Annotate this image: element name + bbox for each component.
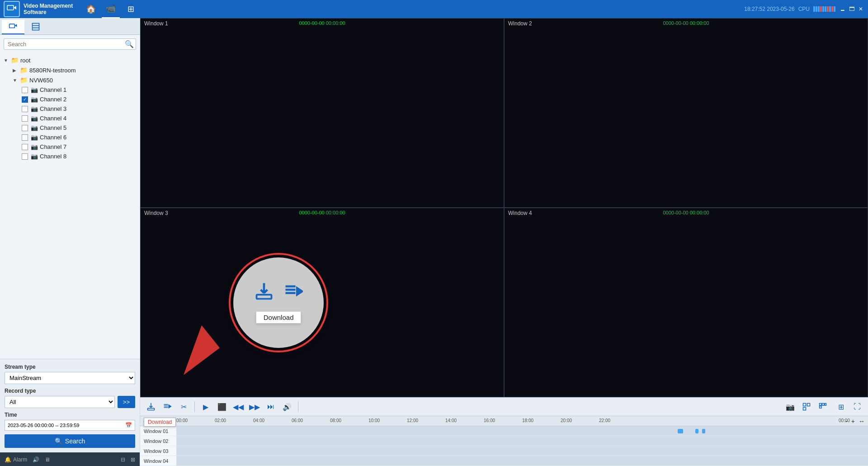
- svg-rect-21: [825, 404, 826, 406]
- nav-home[interactable]: 🏠: [82, 0, 100, 18]
- app-title: Video Management Software: [24, 3, 73, 16]
- tree-device1[interactable]: ▶ 📁 8580RN-testroom: [13, 65, 136, 75]
- segment-1b: [695, 429, 699, 433]
- channel-2[interactable]: ✓ 📷 Channel 2: [22, 95, 136, 104]
- svg-rect-11: [148, 408, 155, 410]
- timeline-row-1: Window 01: [140, 426, 868, 436]
- timeline-row-2: Window 02: [140, 436, 868, 446]
- search-icon[interactable]: 🔍: [123, 39, 136, 49]
- minimize-btn[interactable]: 🗕: [839, 5, 846, 13]
- check-ch4[interactable]: [22, 115, 28, 122]
- maximize-bar-btn[interactable]: ⊠: [131, 456, 135, 463]
- minimize-bar-btn[interactable]: ⊟: [121, 456, 125, 463]
- clip-btn[interactable]: [799, 399, 814, 414]
- timeline-track-4[interactable]: [176, 456, 868, 466]
- cut-btn[interactable]: ✂: [176, 399, 191, 414]
- tab-camera[interactable]: [2, 20, 24, 34]
- zoom-fit-btn[interactable]: ↔: [857, 418, 866, 425]
- forward-btn[interactable]: >>: [118, 396, 135, 408]
- ruler-14: 14:00: [445, 418, 457, 423]
- alarm-screen[interactable]: 🖥: [45, 456, 50, 463]
- video-grid: Window 1 0000-00-00 00:00:00 Window 2 00…: [140, 18, 868, 397]
- layout-grid-btn[interactable]: ⊞: [834, 399, 848, 414]
- download-icon-btn[interactable]: [254, 281, 274, 306]
- tree-device2[interactable]: ▼ 📁 NVW650: [13, 75, 136, 85]
- svg-rect-6: [257, 295, 272, 299]
- channel-7[interactable]: 📷 Channel 7: [22, 142, 136, 152]
- nav-video[interactable]: 📹: [102, 0, 120, 18]
- alarm-speaker[interactable]: 🔊: [33, 456, 39, 463]
- time-input[interactable]: 2023-05-26 00:00:00 -- 23:59:59 📅: [5, 420, 135, 431]
- tab-bookmark[interactable]: [24, 20, 47, 34]
- check-ch5[interactable]: [22, 125, 28, 131]
- zoom-out-btn[interactable]: -: [844, 418, 849, 425]
- segment-1c: [702, 429, 706, 433]
- alarm-item[interactable]: 🔔 Alarm: [5, 456, 27, 463]
- check-ch8[interactable]: [22, 153, 28, 160]
- check-ch6[interactable]: [22, 134, 28, 141]
- download-overlay: Download: [233, 257, 324, 348]
- channel-3[interactable]: 📷 Channel 3: [22, 104, 136, 114]
- fast-btn[interactable]: ▶▶: [247, 399, 262, 414]
- nav-grid[interactable]: ⊞: [122, 0, 140, 18]
- record-type-select[interactable]: All Manual Schedule Alarm: [5, 396, 115, 408]
- slow-btn[interactable]: ◀◀: [231, 399, 245, 414]
- svg-rect-1: [9, 24, 15, 28]
- fullscreen-btn[interactable]: ⛶: [850, 399, 864, 414]
- check-ch2[interactable]: ✓: [22, 96, 28, 103]
- download-btn[interactable]: Download: [144, 399, 158, 414]
- window1-time: 0000-00-00 00:00:00: [299, 20, 345, 26]
- maximize-btn[interactable]: 🗖: [848, 5, 855, 13]
- app-logo: [4, 1, 20, 17]
- zoom-in-btn[interactable]: +: [850, 418, 856, 425]
- tree-root[interactable]: ▼ 📁 root: [4, 55, 136, 65]
- video-window-1[interactable]: Window 1 0000-00-00 00:00:00: [140, 18, 504, 208]
- channel-6[interactable]: 📷 Channel 6: [22, 133, 136, 142]
- sidebar: 🔍 ▼ 📁 root ▶ 📁 8580RN-testroom ▼: [0, 18, 140, 466]
- timeline-ruler: ◀ 00:00 02:00 04:00 06:00 08:00 10:00 12…: [140, 416, 868, 426]
- window4-time: 0000-00-00 00:00:00: [663, 210, 709, 215]
- play-btn[interactable]: ▶: [198, 399, 213, 414]
- separator2: [298, 401, 298, 412]
- video-window-3[interactable]: Window 3 0000-00-00 00:00:00: [140, 208, 504, 397]
- channel-5[interactable]: 📷 Channel 5: [22, 123, 136, 133]
- check-ch3[interactable]: [22, 106, 28, 112]
- playlist-btn[interactable]: [160, 399, 175, 414]
- search-input[interactable]: [4, 39, 123, 49]
- svg-rect-16: [803, 404, 806, 406]
- skip-end-btn[interactable]: ⏭: [264, 399, 278, 414]
- calendar-icon[interactable]: 📅: [125, 422, 132, 428]
- check-ch1[interactable]: [22, 87, 28, 93]
- ruler-02: 02:00: [215, 418, 226, 423]
- timeline-label-3: Window 03: [140, 448, 176, 454]
- stop-btn[interactable]: ⬛: [215, 399, 229, 414]
- stream-type-label: Stream type: [5, 364, 135, 370]
- playlist-icon-btn[interactable]: [283, 281, 303, 306]
- download-tooltip: Download: [144, 418, 176, 427]
- search-button[interactable]: 🔍 Search: [5, 434, 135, 448]
- check-ch7[interactable]: [22, 144, 28, 150]
- multi-clip-btn[interactable]: [816, 399, 830, 414]
- svg-marker-10: [297, 288, 302, 295]
- timeline-track-3[interactable]: [176, 446, 868, 456]
- timeline-track-2[interactable]: [176, 436, 868, 446]
- channel-4[interactable]: 📷 Channel 4: [22, 114, 136, 123]
- video-window-4[interactable]: Window 4 0000-00-00 00:00:00: [504, 208, 868, 397]
- svg-marker-15: [169, 405, 171, 408]
- download-icon-group: [254, 281, 303, 306]
- volume-btn[interactable]: 🔊: [280, 399, 294, 414]
- screenshot-btn[interactable]: 📷: [783, 399, 797, 414]
- svg-rect-0: [7, 5, 14, 10]
- stream-type-select[interactable]: MainStream SubStream: [5, 372, 135, 384]
- channel-8[interactable]: 📷 Channel 8: [22, 152, 136, 161]
- cpu-label: CPU: [798, 6, 810, 12]
- close-btn[interactable]: ✕: [857, 5, 864, 13]
- ruler-12: 12:00: [407, 418, 418, 423]
- ruler-16: 16:00: [484, 418, 495, 423]
- svg-rect-17: [807, 404, 810, 406]
- window2-label: Window 2: [508, 20, 532, 27]
- channel-1[interactable]: 📷 Channel 1: [22, 85, 136, 95]
- ruler-00: 00:00: [176, 418, 188, 423]
- video-window-2[interactable]: Window 2 0000-00-00 00:00:00: [504, 18, 868, 208]
- timeline-track-1[interactable]: [176, 426, 868, 436]
